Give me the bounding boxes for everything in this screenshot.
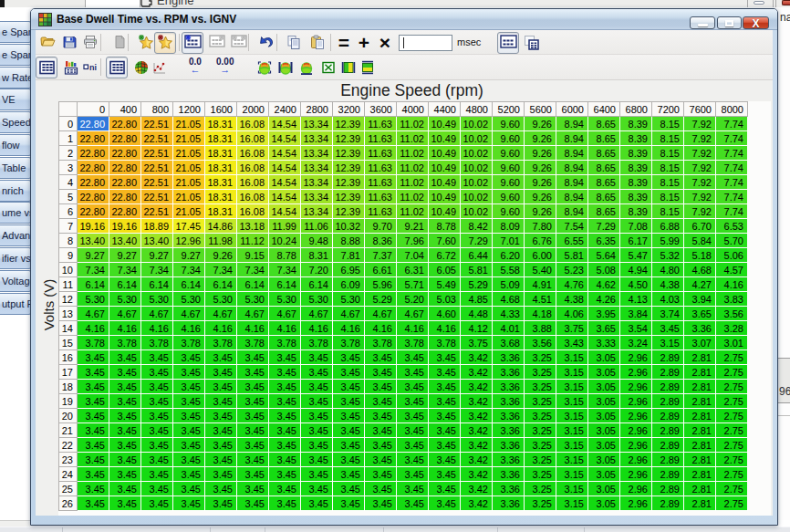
table-cell[interactable]: 10.49 [429,161,461,175]
column-header[interactable]: 0 [78,102,109,117]
open-button[interactable] [36,32,58,54]
table-cell[interactable]: 2.81 [684,350,716,365]
table-cell[interactable]: 3.45 [173,365,205,380]
table-cell[interactable]: 3.45 [237,365,269,380]
table-cell[interactable]: 3.05 [588,496,620,511]
table-cell[interactable]: 5.84 [684,234,716,248]
table-cell[interactable]: 3.45 [429,350,461,365]
undo-button[interactable] [255,32,276,54]
table-cell[interactable]: 16.08 [237,161,269,175]
table-cell[interactable]: 2.81 [684,467,716,482]
table-cell[interactable]: 4.60 [429,307,461,321]
table-cell[interactable]: 22.80 [109,117,141,131]
table-cell[interactable]: 8.09 [493,219,525,234]
table-cell[interactable]: 2.75 [716,409,748,423]
table-cell[interactable]: 11.63 [365,117,397,131]
table-cell[interactable]: 7.74 [716,161,748,175]
table-cell[interactable]: 7.37 [365,248,397,263]
table-cell[interactable]: 3.42 [461,350,493,365]
table-cell[interactable]: 3.45 [397,482,429,496]
table-cell[interactable]: 3.36 [493,423,525,438]
row-header[interactable]: 9 [59,248,78,263]
table-cell[interactable]: 2.75 [716,496,748,511]
table-cell[interactable]: 16.08 [237,117,269,131]
table-cell[interactable]: 5.29 [365,292,397,307]
background-menu-item[interactable]: Speed [0,111,31,133]
table-gray-2-button[interactable] [228,32,250,54]
table-cell[interactable]: 4.16 [78,321,109,336]
table-cell[interactable]: 6.14 [78,277,109,292]
table-cell[interactable]: 18.31 [205,175,237,190]
background-menu-item[interactable]: Voltage [0,270,31,292]
table-cell[interactable]: 13.34 [301,117,333,131]
table-cell[interactable]: 4.01 [493,321,525,336]
table-cell[interactable]: 7.34 [78,263,109,277]
table-cell[interactable]: 3.45 [333,409,365,423]
table-cell[interactable]: 3.45 [109,467,141,482]
table-cell[interactable]: 4.18 [525,307,556,321]
table-cell[interactable]: 3.45 [301,453,333,467]
table-cell[interactable]: 7.92 [684,175,716,190]
row-header[interactable]: 13 [59,307,78,321]
table-cell[interactable]: 3.88 [525,321,556,336]
table-cell[interactable]: 16.08 [237,190,269,204]
table-cell[interactable]: 3.45 [109,423,141,438]
table-cell[interactable]: 3.45 [237,350,269,365]
table-cell[interactable]: 5.06 [716,248,748,263]
table-cell[interactable]: 5.32 [652,248,684,263]
table-cell[interactable]: 3.45 [109,350,141,365]
table-cell[interactable]: 16.08 [237,204,269,219]
table-cell[interactable]: 3.45 [205,365,237,380]
table-cell[interactable]: 3.45 [205,394,237,409]
table-cell[interactable]: 3.45 [269,438,301,453]
table-cell[interactable]: 3.05 [588,365,620,380]
table-cell[interactable]: 3.45 [365,380,397,394]
table-cell[interactable]: 7.74 [716,146,748,161]
table-cell[interactable]: 3.42 [461,394,493,409]
table-cell[interactable]: 2.75 [716,453,748,467]
table-cell[interactable]: 22.51 [141,117,173,131]
table-cell[interactable]: 3.78 [397,336,429,350]
row-header[interactable]: 12 [59,292,78,307]
table-cell[interactable]: 3.36 [684,321,716,336]
table-cell[interactable]: 3.45 [365,350,397,365]
background-menu-item[interactable]: Table [0,157,31,179]
table-cell[interactable]: 3.45 [141,409,173,423]
table-cell[interactable]: 3.45 [301,394,333,409]
background-minimize-button[interactable] [754,1,764,5]
table-cell[interactable]: 5.40 [525,263,556,277]
row-header[interactable]: 26 [59,496,78,511]
table-cell[interactable]: 9.26 [525,161,556,175]
table-cell[interactable]: 4.16 [205,321,237,336]
table-cell[interactable]: 3.95 [588,307,620,321]
table-cell[interactable]: 9.60 [493,146,525,161]
table-cell[interactable]: 12.39 [333,117,365,131]
table-cell[interactable]: 3.45 [269,394,301,409]
table-cell[interactable]: 11.02 [397,175,429,190]
table-cell[interactable]: 8.15 [652,117,684,131]
table-cell[interactable]: 5.30 [333,292,365,307]
table-cell[interactable]: 19.16 [109,219,141,234]
table-cell[interactable]: 8.15 [652,190,684,204]
table-cell[interactable]: 3.45 [78,394,109,409]
table-cell[interactable]: 3.45 [141,467,173,482]
table-cell[interactable]: 3.05 [588,453,620,467]
table-cell[interactable]: 8.94 [556,117,588,131]
table-cell[interactable]: 3.45 [365,365,397,380]
table-cell[interactable]: 2.96 [620,380,652,394]
table-cell[interactable]: 3.45 [109,438,141,453]
column-header[interactable]: 1200 [173,102,205,117]
table-cell[interactable]: 3.45 [365,453,397,467]
table-cell[interactable]: 3.75 [461,336,493,350]
row-header[interactable]: 7 [59,219,78,234]
table-cell[interactable]: 5.23 [556,263,588,277]
table-cell[interactable]: 3.45 [429,467,461,482]
table-cell[interactable]: 8.94 [556,175,588,190]
table-cell[interactable]: 4.16 [716,277,748,292]
column-header[interactable]: 4800 [461,102,493,117]
table-cell[interactable]: 4.67 [269,307,301,321]
table-cell[interactable]: 3.45 [301,438,333,453]
table-cell[interactable]: 2.75 [716,438,748,453]
table-cell[interactable]: 11.63 [365,131,397,146]
table-cell[interactable]: 5.81 [461,263,493,277]
